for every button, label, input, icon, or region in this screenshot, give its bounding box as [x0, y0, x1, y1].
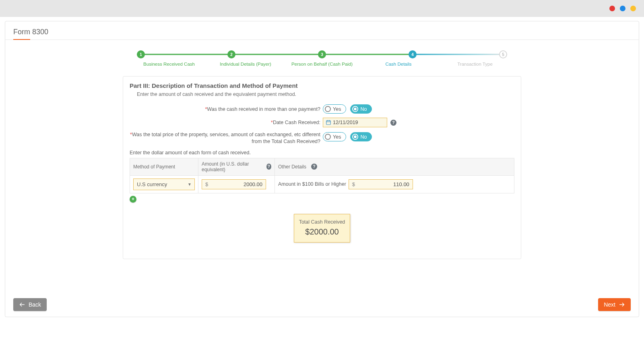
step-label-4: Cash Details [366, 62, 431, 66]
stepper: 1 2 3 4 5 Business Received Cash Individ… [137, 50, 507, 66]
step-node-5[interactable]: 5 [499, 50, 507, 58]
total-label: Total Cash Received [298, 219, 346, 225]
window-close-icon[interactable] [609, 6, 615, 11]
multi-payment-no[interactable]: No [350, 104, 372, 114]
th-other: Other Details? [275, 158, 514, 175]
th-amount: Amount (in U.S. dollar equivalent)? [198, 158, 275, 175]
other-input-wrap[interactable]: $ [349, 179, 413, 189]
step-label-5: Transaction Type [443, 62, 507, 66]
step-node-4[interactable]: 4 [409, 50, 417, 58]
multi-payment-yes[interactable]: Yes [323, 104, 346, 114]
svg-rect-0 [326, 120, 331, 124]
multi-payment-label: *Was the cash received in more than one … [130, 106, 323, 112]
next-button[interactable]: Next [598, 298, 631, 311]
total-value: $2000.00 [298, 227, 346, 237]
page-title: Form 8300 [5, 28, 639, 40]
section-subtext: Enter the amount of cash received and th… [137, 91, 514, 97]
currency-prefix: $ [205, 181, 208, 187]
form-page: Form 8300 1 2 3 4 5 Business Received Ca… [5, 21, 639, 317]
section-heading: Part III: Description of Transaction and… [130, 82, 514, 89]
radio-icon [352, 106, 358, 112]
step-node-2[interactable]: 2 [227, 50, 235, 58]
step-label-3: Person on Behalf (Cash Paid) [290, 62, 354, 66]
help-icon[interactable]: ? [311, 164, 317, 170]
add-row-button[interactable]: + [130, 196, 136, 203]
back-button[interactable]: Back [13, 298, 47, 311]
calendar-icon [326, 120, 331, 125]
radio-icon [325, 134, 331, 140]
step-label-1: Business Received Cash [137, 62, 201, 66]
amount-input[interactable] [210, 181, 262, 187]
method-select[interactable]: U.S currency [133, 178, 195, 190]
window-maximize-icon[interactable] [630, 6, 636, 11]
help-icon[interactable]: ? [266, 164, 271, 170]
radio-icon [325, 106, 331, 112]
help-icon[interactable]: ? [390, 120, 396, 126]
price-diff-label: *Was the total price of the property, se… [130, 131, 323, 145]
window-minimize-icon[interactable] [620, 6, 625, 11]
price-diff-no[interactable]: No [350, 132, 372, 141]
payment-section-card: Part III: Description of Transaction and… [123, 76, 521, 259]
price-diff-yes[interactable]: Yes [323, 132, 346, 141]
step-node-3[interactable]: 3 [318, 50, 326, 58]
other-detail-label: Amount in $100 Bills or Higher [278, 181, 346, 187]
amount-input-wrap[interactable]: $ [202, 179, 266, 189]
th-method: Method of Payment [130, 158, 198, 175]
currency-prefix: $ [352, 181, 355, 187]
radio-icon [352, 134, 358, 140]
arrow-right-icon [619, 301, 625, 308]
date-received-input[interactable]: 12/11/2019 [323, 118, 387, 127]
step-label-2: Individual Details (Payer) [213, 62, 278, 66]
table-row: U.S currency ▼ $ Amount in $100 [130, 175, 514, 193]
date-received-label: *Date Cash Received: [130, 120, 323, 125]
payment-table: Method of Payment Amount (in U.S. dollar… [130, 158, 514, 193]
plus-icon: + [132, 196, 134, 202]
row-instruction: Enter the dollar amount of each form of … [130, 150, 514, 156]
date-received-value: 12/11/2019 [333, 120, 358, 125]
other-amount-input[interactable] [357, 181, 409, 187]
total-cash-box: Total Cash Received $2000.00 [294, 214, 350, 243]
arrow-left-icon [19, 301, 25, 308]
window-chrome [0, 0, 644, 17]
step-node-1[interactable]: 1 [137, 50, 145, 58]
